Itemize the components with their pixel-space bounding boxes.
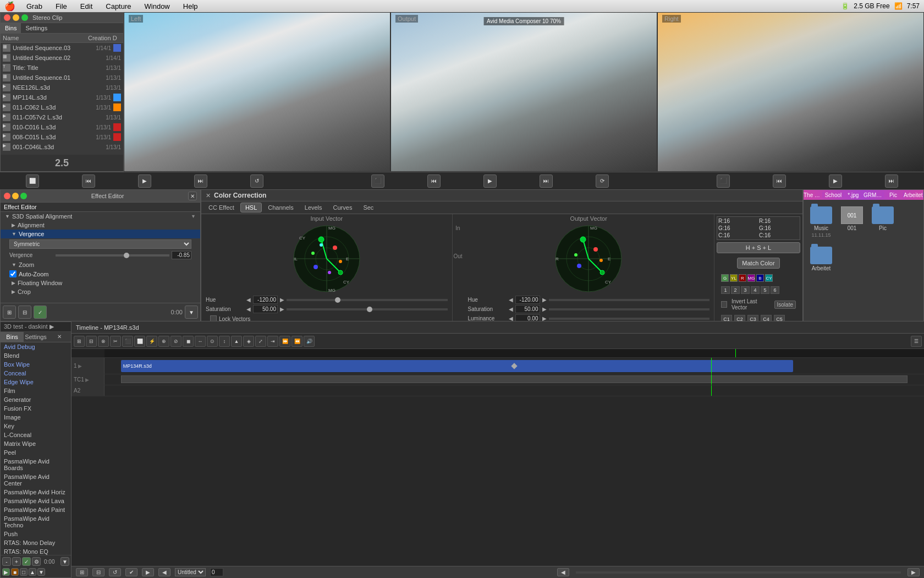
ol-down-btn[interactable]: ◀ xyxy=(509,315,513,321)
tab-sec[interactable]: Sec xyxy=(358,203,378,212)
list-item[interactable]: ▶ 001-C046L.s3d 1/13/1 xyxy=(1,142,123,152)
fast-forward-button[interactable]: ⏭ xyxy=(194,175,207,188)
tl-btn-play-fwd[interactable]: ⏩ xyxy=(279,336,290,347)
tl-btn-16[interactable]: ⤢ xyxy=(255,336,266,347)
ee-btn1[interactable]: ⊞ xyxy=(3,306,16,319)
tab-small[interactable]: ✕ xyxy=(48,332,71,342)
bin-tab-settings[interactable]: Settings xyxy=(21,23,52,33)
c-btn-1[interactable]: C1 xyxy=(721,315,732,321)
status-btn-1[interactable]: ⊞ xyxy=(76,568,88,576)
sat-value-input[interactable] xyxy=(253,305,278,313)
out-hue-slider[interactable] xyxy=(549,299,710,301)
tab-levels[interactable]: Levels xyxy=(300,203,327,212)
list-item[interactable]: ▦ Untitled Sequence.02 1/14/1 xyxy=(1,53,123,63)
list-item[interactable]: T Title: Title 1/13/1 xyxy=(1,63,123,73)
num-btn-5[interactable]: 5 xyxy=(761,286,769,294)
tab-curves[interactable]: Curves xyxy=(328,203,358,212)
tl-btn-play-rev[interactable]: ⏪ xyxy=(292,336,302,347)
tree-item-zoom[interactable]: ▼ Zoom xyxy=(1,260,200,269)
color-btn-yl[interactable]: YL xyxy=(730,274,738,282)
center-fast-button[interactable]: ⏭ xyxy=(540,175,553,188)
tree-item-vergence[interactable]: ▼ Vergence xyxy=(1,230,200,238)
bins-item-plasmaWipe-paint[interactable]: PasmaWipe Avid Paint xyxy=(1,505,71,514)
center-back-button[interactable]: ⏮ xyxy=(427,175,441,188)
vergence-mode-select[interactable]: Symmetric xyxy=(9,239,191,249)
out-sat-slider[interactable] xyxy=(549,308,710,310)
bins-item-plasmaWipe-boards[interactable]: PasmaWipe Avid Boards xyxy=(1,457,71,472)
loop-button[interactable]: ↺ xyxy=(250,175,263,188)
invert-checkbox[interactable] xyxy=(721,301,727,308)
ol-up-btn[interactable]: ▶ xyxy=(542,315,547,321)
ee-expand-btn[interactable]: ▼ xyxy=(185,306,198,319)
tl-btn-8[interactable]: ⊕ xyxy=(158,336,169,347)
out-sat-input[interactable] xyxy=(515,305,540,313)
hue-up-btn[interactable]: ▶ xyxy=(280,297,284,303)
c-btn-3[interactable]: C3 xyxy=(747,315,758,321)
list-item[interactable]: ▶ 008-C015 L.s3d 1/13/1 xyxy=(1,132,123,142)
bins-item-fusion-fx[interactable]: Fusion FX xyxy=(1,404,71,413)
close-button[interactable] xyxy=(4,14,10,21)
bins-expand[interactable]: ▼ xyxy=(61,557,69,566)
auto-zoom-checkbox[interactable] xyxy=(9,270,16,277)
status-zoom-out[interactable]: ◀ xyxy=(557,568,569,576)
tl-track-content-a2[interactable] xyxy=(105,385,924,396)
bins-item-push[interactable]: Push xyxy=(1,530,71,538)
project-label[interactable]: 3D test - daskint ▶ xyxy=(1,322,71,332)
center-play-button[interactable]: ⬛ xyxy=(371,175,384,188)
list-item[interactable]: ▶ MP114L.s3d 1/13/1 xyxy=(1,92,123,102)
green-icon1[interactable]: ▶ xyxy=(2,568,10,576)
right-play-button[interactable]: ⬛ xyxy=(717,175,730,188)
num-btn-1[interactable]: 1 xyxy=(721,286,730,294)
list-item[interactable]: ▶ 011-C062 L.s3d 1/13/1 xyxy=(1,102,123,112)
num-btn-2[interactable]: 2 xyxy=(731,286,740,294)
c-btn-2[interactable]: C2 xyxy=(734,315,745,321)
ee-btn2[interactable]: ⊟ xyxy=(18,306,31,319)
out-lum-input[interactable] xyxy=(515,314,540,321)
vergence-value-input[interactable] xyxy=(172,251,191,259)
tl-track-content-tc1[interactable] xyxy=(105,374,924,385)
lock-vectors-checkbox[interactable] xyxy=(210,315,217,321)
bins-item-plasmaWipe-center[interactable]: PasmaWipe Avid Center xyxy=(1,472,71,488)
num-btn-3[interactable]: 3 xyxy=(741,286,750,294)
status-btn-2[interactable]: ⊟ xyxy=(92,568,105,576)
sync-button[interactable]: ⟳ xyxy=(596,175,609,188)
maximize-button[interactable] xyxy=(21,14,28,21)
up-icon[interactable]: ▲ xyxy=(29,568,36,576)
sat-down-btn[interactable]: ◀ xyxy=(246,306,251,312)
sat-up-btn[interactable]: ▶ xyxy=(280,306,284,312)
hue-down-btn[interactable]: ◀ xyxy=(246,297,251,303)
tree-item-s3d[interactable]: ▼ S3D Spatial Alignment ▼ xyxy=(1,212,200,221)
list-item[interactable]: ▶ 011-C057v2 L.s3d 1/13/1 xyxy=(1,112,123,122)
tab-hsl[interactable]: HSL xyxy=(240,203,262,212)
menu-capture[interactable]: Capture xyxy=(103,2,133,10)
tree-item-floating-window[interactable]: ▶ Floating Window xyxy=(1,279,200,287)
status-scroll-bar[interactable] xyxy=(576,571,901,574)
ee-close-icon[interactable]: ✕ xyxy=(188,192,197,200)
status-btn-6[interactable]: ◀ xyxy=(158,568,170,576)
tree-item-crop[interactable]: ▶ Crop xyxy=(1,287,200,296)
cc-close-btn[interactable]: ✕ xyxy=(206,192,211,199)
track-expand-1[interactable]: ▶ xyxy=(78,363,82,369)
bins-item-generator[interactable]: Generator xyxy=(1,395,71,404)
ee-close-btn[interactable] xyxy=(4,193,10,199)
right-fast-button[interactable]: ⏭ xyxy=(885,175,898,188)
bins-check[interactable]: ✓ xyxy=(22,557,31,566)
color-btn-cy[interactable]: CY xyxy=(765,274,773,282)
status-timecode-input[interactable] xyxy=(210,568,223,576)
apple-menu[interactable]: 🍎 xyxy=(4,1,15,12)
tl-btn-6[interactable]: ⬜ xyxy=(134,336,145,347)
bin-tab-bins[interactable]: Bins xyxy=(1,23,21,33)
num-btn-4[interactable]: 4 xyxy=(751,286,760,294)
tl-btn-menu[interactable]: ☰ xyxy=(911,336,922,347)
tl-btn-2[interactable]: ⊟ xyxy=(86,336,97,347)
list-item[interactable]: ▶ NEE126L.s3d 1/13/1 xyxy=(1,83,123,92)
tab-settings-2[interactable]: Settings xyxy=(24,332,48,342)
right-back-button[interactable]: ⏮ xyxy=(773,175,786,188)
bins-item-conceal[interactable]: Conceal xyxy=(1,369,71,378)
sat-slider-thumb[interactable] xyxy=(367,307,372,312)
bins-item-l-conceal[interactable]: L-Conceal xyxy=(1,430,71,439)
vergence-thumb[interactable] xyxy=(124,253,129,258)
vergence-track[interactable] xyxy=(56,254,169,257)
menu-help[interactable]: Help xyxy=(181,2,200,10)
tl-btn-12[interactable]: ⊙ xyxy=(207,336,218,347)
